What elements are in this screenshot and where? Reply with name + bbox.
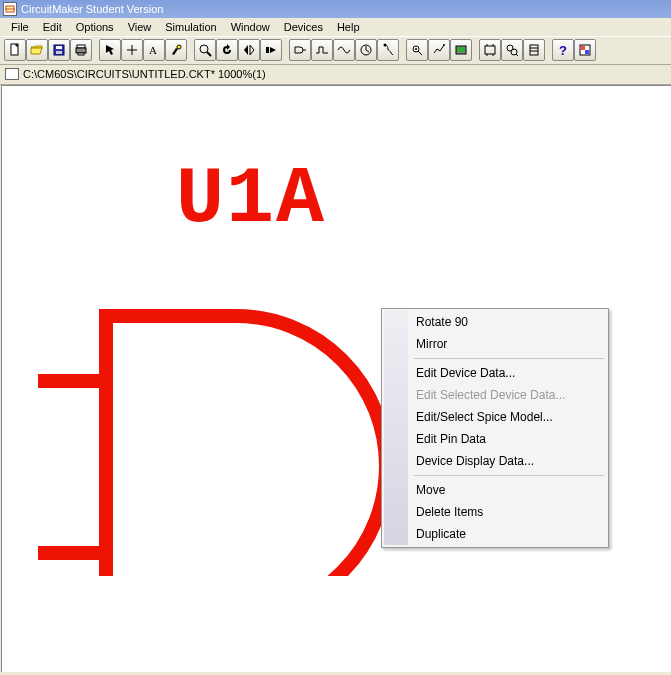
svg-point-13 — [200, 45, 208, 53]
svg-rect-26 — [485, 46, 495, 54]
menu-window[interactable]: Window — [224, 20, 277, 34]
search-parts-button[interactable] — [501, 39, 523, 61]
ctx-edit-selected-device-data: Edit Selected Device Data... — [384, 384, 606, 406]
svg-rect-5 — [56, 51, 62, 54]
step-button[interactable] — [260, 39, 282, 61]
menu-view[interactable]: View — [121, 20, 159, 34]
svg-point-23 — [443, 44, 445, 46]
svg-rect-7 — [76, 48, 86, 53]
menu-file[interactable]: File — [4, 20, 36, 34]
waveform-button[interactable] — [333, 39, 355, 61]
svg-rect-15 — [266, 47, 269, 53]
parts-button[interactable] — [523, 39, 545, 61]
document-bar: C:\CM60S\CIRCUITS\UNTITLED.CKT* 1000%(1) — [0, 65, 671, 85]
menu-help[interactable]: Help — [330, 20, 367, 34]
svg-line-33 — [516, 54, 518, 56]
probe-tool-button[interactable] — [165, 39, 187, 61]
ctx-edit-device-data[interactable]: Edit Device Data... — [384, 362, 606, 384]
app-icon — [3, 2, 17, 16]
trace-button[interactable] — [311, 39, 333, 61]
open-file-button[interactable] — [26, 39, 48, 61]
menu-edit[interactable]: Edit — [36, 20, 69, 34]
probe-button[interactable] — [406, 39, 428, 61]
ctx-duplicate[interactable]: Duplicate — [384, 523, 606, 545]
macro-button[interactable] — [479, 39, 501, 61]
ctx-mirror[interactable]: Mirror — [384, 333, 606, 355]
svg-line-19 — [391, 53, 393, 55]
ctx-separator — [414, 358, 604, 359]
svg-line-14 — [207, 52, 211, 56]
mirror-button[interactable] — [238, 39, 260, 61]
ctx-rotate-90[interactable]: Rotate 90 — [384, 311, 606, 333]
menu-simulation[interactable]: Simulation — [158, 20, 223, 34]
toolbar: A ? — [0, 36, 671, 65]
svg-point-18 — [384, 44, 387, 47]
svg-line-21 — [418, 51, 422, 55]
menu-options[interactable]: Options — [69, 20, 121, 34]
svg-rect-8 — [78, 53, 84, 55]
ctx-separator — [414, 475, 604, 476]
scope-button[interactable] — [450, 39, 472, 61]
text-tool-button[interactable]: A — [143, 39, 165, 61]
ctx-delete-items[interactable]: Delete Items — [384, 501, 606, 523]
zoom-tool-button[interactable] — [194, 39, 216, 61]
ctx-device-display-data[interactable]: Device Display Data... — [384, 450, 606, 472]
print-button[interactable] — [70, 39, 92, 61]
arrow-tool-button[interactable] — [99, 39, 121, 61]
svg-text:?: ? — [559, 43, 567, 57]
document-icon — [5, 68, 19, 80]
help-button[interactable]: ? — [552, 39, 574, 61]
svg-rect-40 — [585, 50, 589, 54]
svg-rect-39 — [581, 46, 585, 50]
svg-point-12 — [177, 45, 181, 49]
rotate-button[interactable] — [216, 39, 238, 61]
menu-devices[interactable]: Devices — [277, 20, 330, 34]
document-path: C:\CM60S\CIRCUITS\UNTITLED.CKT* 1000%(1) — [23, 68, 266, 80]
svg-rect-25 — [457, 47, 465, 52]
svg-text:A: A — [149, 44, 157, 56]
reset-button[interactable] — [355, 39, 377, 61]
app-title: CircuitMaker Student Version — [21, 3, 163, 15]
new-file-button[interactable] — [4, 39, 26, 61]
ctx-edit-select-spice-model[interactable]: Edit/Select Spice Model... — [384, 406, 606, 428]
context-menu: Rotate 90 Mirror Edit Device Data... Edi… — [381, 308, 609, 548]
component-label: U1A — [176, 154, 326, 245]
run-button[interactable] — [377, 39, 399, 61]
svg-rect-34 — [530, 45, 538, 55]
ctx-edit-pin-data[interactable]: Edit Pin Data — [384, 428, 606, 450]
titlebar: CircuitMaker Student Version — [0, 0, 671, 18]
canvas-area[interactable]: U1A Rotate 90 Mirror Edit Device Data...… — [1, 85, 671, 672]
save-button[interactable] — [48, 39, 70, 61]
svg-point-22 — [415, 48, 417, 50]
wire-tool-button[interactable] — [121, 39, 143, 61]
digital-button[interactable] — [289, 39, 311, 61]
svg-rect-4 — [56, 46, 62, 49]
menubar: File Edit Options View Simulation Window… — [0, 18, 671, 36]
about-button[interactable] — [574, 39, 596, 61]
ctx-move[interactable]: Move — [384, 479, 606, 501]
analysis-button[interactable] — [428, 39, 450, 61]
